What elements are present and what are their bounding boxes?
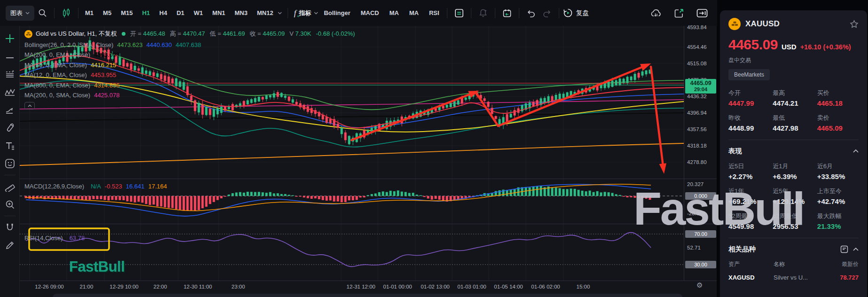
timeframe-more-icon[interactable]	[278, 12, 282, 15]
redo-icon[interactable]	[539, 5, 555, 21]
indicator-row-5-name: MA(200, 0, SMA, Close)	[24, 92, 90, 99]
collapse-right-icon[interactable]	[696, 8, 708, 18]
performance-title: 表现	[728, 147, 742, 156]
fib-tool[interactable]	[2, 65, 18, 83]
time-label: 12-31 12:00	[346, 284, 375, 289]
bell-plus-icon[interactable]	[475, 5, 491, 21]
quote-stat: 今开4447.99	[728, 89, 770, 107]
indicator-row-2-name: MA(50, 0, EMA, Close)	[24, 62, 87, 69]
rsi-row[interactable]: RSI(14,Close)63.78	[24, 234, 91, 242]
chart-menu-button[interactable]: 图表	[6, 6, 34, 21]
broker-badge[interactable]: BeeMarkets	[728, 69, 770, 80]
quote-stat-value: 4448.99	[728, 124, 770, 132]
indicator-button-rsi[interactable]: RSI	[425, 7, 443, 19]
divider	[78, 8, 78, 18]
performance-stat-label: 52周最低	[773, 212, 814, 220]
indicator-row-3-name: MA(12, 0, EMA, Close)	[24, 71, 87, 78]
performance-stat-label: 上市至今	[817, 187, 859, 195]
timeframe-M5[interactable]: M5	[100, 7, 114, 19]
time-label: 01-03 01:00	[457, 284, 486, 289]
macd-row-name: MACD(12,26,9,Close)	[24, 183, 84, 190]
chevron-up-icon[interactable]	[853, 149, 859, 153]
calendar-icon[interactable]	[499, 5, 515, 21]
edit-tool[interactable]	[2, 236, 18, 254]
indicator-row-4[interactable]: MA(800, 0, EMA, Close)4314.896	[24, 82, 360, 89]
quote-stats-grid: 今开4447.99最高4474.21买价4465.18昨收4448.99最低44…	[728, 89, 859, 132]
indicators-button[interactable]: f+ 指标	[292, 6, 320, 21]
layout-icon[interactable]	[451, 5, 467, 21]
performance-stat-value: 2956.53	[773, 222, 814, 230]
related-columns: 资产名称最新价	[728, 260, 859, 268]
trendline-tool[interactable]	[2, 47, 18, 65]
related-header[interactable]: 相关品种	[728, 245, 859, 254]
magnet-tool[interactable]	[2, 219, 18, 236]
time-label: 01-02 13:00	[421, 284, 449, 289]
symbol-info-panel: XAUUSD 4465.09 USD +16.10 (+0.36%) 盘中交易 …	[720, 10, 867, 297]
divider	[728, 238, 859, 238]
timeframe-D1[interactable]: D1	[174, 7, 188, 19]
favorite-star-icon[interactable]	[850, 20, 859, 29]
arrow-tool[interactable]	[2, 101, 18, 119]
emoji-tool[interactable]	[2, 155, 18, 172]
brush-tool[interactable]	[2, 119, 18, 137]
axis-label: 4593.84	[687, 24, 723, 30]
quote-stat-label: 买价	[817, 89, 859, 97]
pattern-tool[interactable]	[2, 83, 18, 101]
related-row[interactable]: XAGUSDSilver vs U...78.727	[728, 274, 859, 281]
time-label: 23:00	[232, 284, 245, 289]
timeframe-MN3[interactable]: MN3	[232, 7, 250, 19]
indicator-button-macd[interactable]: MACD	[357, 7, 383, 19]
text-tool[interactable]	[2, 137, 18, 155]
quote-stat: 买价4465.18	[817, 89, 859, 107]
indicator-button-ma[interactable]: MA	[406, 7, 422, 19]
legend-collapse-button[interactable]	[24, 102, 35, 109]
timeframe-W1[interactable]: W1	[191, 7, 206, 19]
indicator-button-ma[interactable]: MA	[385, 7, 402, 19]
quote-stat-value: 4447.99	[728, 99, 770, 107]
indicator-row-1[interactable]: MA(200, 0, EMA, Close)4395.090	[24, 51, 360, 58]
symbol-title: Gold vs US Dollar, H1, 不复权	[36, 30, 117, 38]
timeframe-M15[interactable]: M15	[118, 7, 135, 19]
drawing-toolbar	[0, 26, 20, 297]
timeframe-H1[interactable]: H1	[139, 7, 153, 19]
indicator-row-3-values: 4453.955	[91, 71, 120, 78]
ruler-tool[interactable]	[2, 178, 18, 195]
quote-stat-label: 卖价	[817, 114, 859, 122]
macd-row[interactable]: MACD(12,26,9,Close)N/A-0.52316.64117.164	[24, 183, 173, 190]
indicator-row-2[interactable]: MA(50, 0, EMA, Close)4416.215	[24, 62, 360, 69]
indicator-row-0[interactable]: Bollinger(26, 0, 2.0, SMA, Close)4473.62…	[24, 41, 360, 48]
performance-stat-value: 21.33%	[817, 222, 859, 230]
crosshair-tool[interactable]	[2, 30, 18, 47]
indicator-button-bollinger[interactable]: Bollinger	[320, 7, 354, 19]
search-icon[interactable]	[34, 5, 50, 21]
axis-label: 52.71	[687, 245, 723, 250]
quote-stat: 昨收4448.99	[728, 114, 770, 132]
quote-stat-value: 4465.09	[817, 124, 859, 132]
axis-label: 4396.94	[687, 110, 723, 116]
indicator-row-3[interactable]: MA(12, 0, EMA, Close)4453.955	[24, 71, 360, 78]
external-link-icon[interactable]	[674, 8, 684, 18]
symbol-row[interactable]: Gold vs US Dollar, H1, 不复权 开 = 4465.48高 …	[24, 30, 360, 38]
timeframe-MN12[interactable]: MN12	[254, 7, 276, 19]
chevron-up-icon[interactable]	[853, 248, 859, 251]
zoom-in-tool[interactable]	[2, 195, 18, 213]
current-price-tag: 4465.0929:04	[685, 79, 716, 94]
axis-settings-gear-icon[interactable]: ⚙	[696, 281, 703, 289]
timeframe-MN1[interactable]: MN1	[210, 7, 228, 19]
list-detail-icon[interactable]	[840, 245, 848, 253]
indicator-row-5[interactable]: MA(200, 0, SMA, Close)4425.078	[24, 92, 360, 99]
ohlc-item: -0.68 (-0.02%)	[316, 30, 355, 37]
macd-legend[interactable]: MACD(12,26,9,Close)N/A-0.52316.64117.164	[24, 180, 173, 190]
performance-header[interactable]: 表现	[728, 147, 859, 156]
rsi-legend[interactable]: RSI(14,Close)63.78	[24, 231, 91, 242]
candle-style-icon[interactable]	[58, 5, 74, 21]
timeframe-M1[interactable]: M1	[82, 7, 96, 19]
chart-area[interactable]: Gold vs US Dollar, H1, 不复权 开 = 4465.48高 …	[20, 26, 717, 297]
related-column-2: 最新价	[826, 260, 859, 268]
timeframe-H4[interactable]: H4	[156, 7, 170, 19]
undo-icon[interactable]	[523, 5, 539, 21]
cloud-sync-icon[interactable]	[650, 8, 662, 18]
indicator-row-0-name: Bollinger(26, 0, 2.0, SMA, Close)	[24, 41, 113, 48]
replay-button[interactable]: 复盘	[563, 8, 589, 18]
gold-symbol-icon	[24, 30, 32, 38]
